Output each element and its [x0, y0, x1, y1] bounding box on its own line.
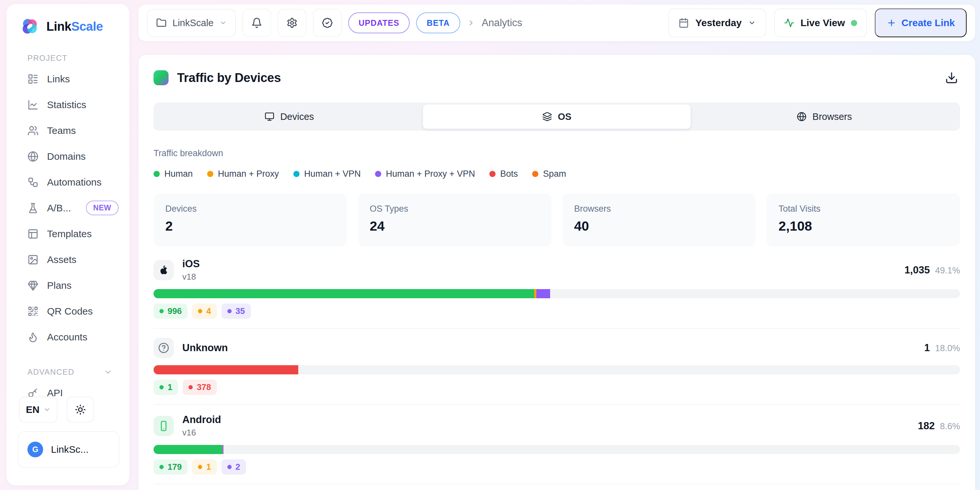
globe-icon: [27, 151, 38, 162]
count-badge-proxy: 4: [192, 304, 216, 319]
row-divider: [154, 404, 960, 405]
workflow-icon: [27, 177, 38, 188]
tab-devices[interactable]: Devices: [156, 105, 423, 129]
os-percent: 18.0%: [935, 343, 960, 353]
legend-item-human: Human: [154, 169, 193, 179]
legend-dot: [489, 171, 496, 177]
theme-toggle-button[interactable]: [67, 396, 94, 423]
traffic-bar: [154, 365, 960, 374]
sidebar-item-links[interactable]: Links: [6, 66, 129, 92]
os-version: v16: [182, 428, 221, 438]
stat-card-total-visits: Total Visits2,108: [767, 193, 960, 246]
sidebar-section-advanced[interactable]: ADVANCED: [27, 368, 129, 377]
legend-item-bots: Bots: [489, 169, 518, 179]
sidebar-item-label: Statistics: [47, 99, 86, 110]
gem-icon: [27, 280, 38, 291]
folder-icon: [156, 18, 167, 28]
legend-title: Traffic breakdown: [154, 148, 960, 158]
legend-dot: [293, 171, 299, 177]
row-divider: [154, 484, 960, 484]
sidebar-item-label: Plans: [47, 280, 72, 291]
notifications-button[interactable]: [242, 9, 271, 37]
panels-icon: [27, 228, 38, 239]
sidebar-item-accounts[interactable]: Accounts: [6, 324, 129, 350]
verified-button[interactable]: [313, 9, 342, 37]
chevron-down-icon: [43, 406, 51, 413]
activity-icon: [784, 18, 794, 28]
live-status-dot: [851, 20, 857, 26]
count-badge-human: 996: [154, 304, 188, 319]
apple-icon: [154, 260, 174, 280]
project-selector[interactable]: LinkScale: [147, 9, 236, 37]
create-link-button[interactable]: Create Link: [875, 8, 967, 37]
os-rows: iOS v18 1,035 49.1% 996 4 35: [154, 258, 960, 490]
traffic-bar: [154, 445, 960, 454]
os-total: 1,035: [905, 264, 930, 276]
sidebar-item-label: QR Codes: [47, 306, 93, 317]
os-name: Unknown: [182, 342, 228, 354]
sidebar-section-project: PROJECT: [27, 54, 129, 63]
calendar-icon: [678, 18, 689, 28]
linkscale-logo-icon: [20, 17, 39, 36]
row-divider: [154, 328, 960, 329]
panel-accent-icon: [154, 70, 169, 85]
count-badge-proxy-vpn: 2: [221, 459, 246, 475]
os-name: Android: [182, 414, 221, 426]
workspace-card[interactable]: G LinkSc...: [18, 431, 119, 468]
sidebar-item-plans[interactable]: Plans: [6, 272, 129, 298]
monitor-icon: [265, 112, 274, 121]
chart-line-icon: [27, 99, 38, 110]
tab-browsers[interactable]: Browsers: [690, 105, 958, 129]
legend-dot: [375, 171, 381, 177]
stat-card-os-types: OS Types24: [358, 193, 551, 246]
main-area: LinkScale UPDATES BETA Analytics Yesterd…: [138, 0, 975, 490]
sidebar-item-teams[interactable]: Teams: [6, 118, 129, 143]
avatar: G: [27, 442, 43, 457]
stat-card-browsers: Browsers40: [563, 193, 756, 246]
traffic-panel: Traffic by Devices Devices OS Browsers T…: [138, 55, 975, 490]
smartphone-icon: [154, 416, 174, 436]
os-percent: 49.1%: [935, 266, 960, 276]
sidebar-item-assets[interactable]: Assets: [6, 247, 129, 272]
legend-item-human-proxy-vpn: Human + Proxy + VPN: [375, 169, 475, 179]
count-badge-proxy: 1: [192, 459, 216, 475]
sidebar-item-qr-codes[interactable]: QR Codes: [6, 298, 129, 324]
settings-button[interactable]: [278, 9, 306, 37]
download-button[interactable]: [943, 69, 960, 86]
users-icon: [27, 125, 38, 136]
updates-badge[interactable]: UPDATES: [348, 13, 410, 33]
legend-dot: [154, 171, 160, 177]
os-percent: 8.6%: [940, 422, 960, 431]
breadcrumb: Analytics: [482, 17, 522, 29]
language-selector[interactable]: EN: [19, 396, 57, 423]
traffic-bar: [154, 289, 960, 298]
bell-icon: [251, 18, 262, 29]
live-view-button[interactable]: Live View: [774, 8, 867, 37]
sidebar-item-domains[interactable]: Domains: [6, 143, 129, 169]
sidebar-item-automations[interactable]: Automations: [6, 169, 129, 195]
date-range-label: Yesterday: [695, 18, 742, 29]
beta-badge[interactable]: BETA: [416, 13, 460, 33]
brand-logo[interactable]: LinkScale: [6, 4, 129, 36]
sidebar-item-statistics[interactable]: Statistics: [6, 92, 129, 118]
sidebar-item-templates[interactable]: Templates: [6, 221, 129, 247]
os-total: 182: [918, 420, 935, 432]
page-title: Traffic by Devices: [177, 71, 281, 85]
table-row-unknown: Unknown 1 18.0% 1 378: [154, 338, 960, 395]
tab-os[interactable]: OS: [423, 105, 690, 129]
stat-card-devices: Devices2: [154, 193, 347, 246]
chevron-right-icon: [467, 19, 475, 27]
sidebar-item-ab-testing[interactable]: A/B... NEW: [6, 195, 129, 221]
sidebar-item-label: Accounts: [47, 332, 87, 343]
new-badge: NEW: [86, 200, 118, 215]
os-total: 1: [924, 342, 930, 354]
table-row-ios: iOS v18 1,035 49.1% 996 4 35: [154, 258, 960, 319]
view-tabs: Devices OS Browsers: [154, 103, 960, 130]
brand-name: LinkScale: [46, 20, 103, 33]
summary-stats: Devices2 OS Types24 Browsers40 Total Vis…: [154, 193, 960, 246]
os-name: iOS: [182, 258, 200, 270]
date-range-selector[interactable]: Yesterday: [668, 8, 767, 37]
legend-item-human-vpn: Human + VPN: [293, 169, 361, 179]
gear-icon: [286, 18, 298, 29]
topbar: LinkScale UPDATES BETA Analytics Yesterd…: [138, 5, 975, 41]
